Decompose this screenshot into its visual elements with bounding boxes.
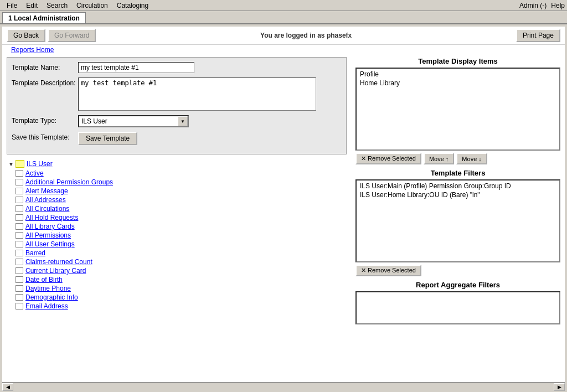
tree-all-perms-label[interactable]: All Permissions — [25, 231, 71, 239]
tree-alert-msg-label[interactable]: Alert Message — [25, 187, 68, 195]
template-type-label: Template Type: — [12, 115, 78, 125]
tree-additional-perm[interactable]: Additional Permission Groups — [16, 178, 347, 187]
tree-all-circs[interactable]: All Circulations — [16, 204, 347, 213]
menu-search[interactable]: Search — [42, 2, 72, 9]
tree-date-of-birth-label[interactable]: Date of Birth — [25, 276, 63, 283]
go-forward-button[interactable]: Go Forward — [48, 29, 96, 42]
menu-edit[interactable]: Edit — [22, 2, 42, 9]
tree-root: ▼ ILS User Active Additional Permi — [7, 159, 347, 311]
tree-barred[interactable]: Barred — [16, 249, 347, 257]
doc-icon — [16, 232, 23, 239]
tree-all-perms[interactable]: All Permissions — [16, 231, 347, 240]
breadcrumb-area: Reports Home — [2, 45, 565, 55]
right-panel: Template Display Items Profile Home Libr… — [351, 55, 565, 382]
menu-circulation[interactable]: Circulation — [72, 2, 112, 9]
display-item-home-library[interactable]: Home Library — [358, 79, 558, 87]
menu-cataloging[interactable]: Cataloging — [112, 2, 153, 9]
tree-email[interactable]: Email Address — [16, 302, 347, 311]
tree-current-lib-card-label[interactable]: Current Library Card — [25, 267, 86, 275]
left-panel: Template Name: Template Description: my … — [2, 55, 351, 382]
login-text: You are logged in as — [260, 32, 324, 39]
doc-icon — [16, 223, 23, 230]
doc-icon — [16, 188, 23, 194]
doc-icon — [16, 250, 23, 256]
tree-all-circs-label[interactable]: All Circulations — [25, 205, 69, 213]
tree-ils-user-label[interactable]: ILS User — [27, 160, 53, 168]
tree-root-item: ▼ ILS User Active Additional Permi — [7, 159, 347, 311]
tree-demographic-label[interactable]: Demographic Info — [25, 293, 78, 301]
tree-current-lib-card[interactable]: Current Library Card — [16, 266, 347, 275]
username: phasefx — [327, 32, 352, 39]
menubar-right: Admin (-) Help — [519, 2, 565, 9]
template-name-label: Template Name: — [12, 62, 78, 71]
tree-active-label[interactable]: Active — [25, 169, 44, 177]
doc-icon — [16, 241, 23, 247]
help-link[interactable]: Help — [551, 2, 565, 9]
tree-all-lib-cards[interactable]: All Library Cards — [16, 222, 347, 231]
filter-item-1[interactable]: ILS User:Home Library:OU ID (Bare) "in" — [358, 190, 558, 199]
tree-ils-user[interactable]: ▼ ILS User — [7, 159, 347, 169]
doc-icon — [16, 259, 23, 265]
filters-remove-button[interactable]: ✕ Remove Selected — [355, 265, 421, 276]
doc-icon — [16, 214, 23, 221]
aggregate-listbox[interactable] — [355, 291, 560, 324]
tree-daytime-phone-label[interactable]: Daytime Phone — [25, 285, 71, 292]
template-desc-input[interactable]: my test template #1 — [78, 78, 316, 111]
tree-alert-msg[interactable]: Alert Message — [16, 187, 347, 195]
template-name-input[interactable] — [78, 62, 194, 73]
save-template-button[interactable]: Save Template — [78, 132, 137, 145]
save-template-row: Save this Template: Save Template — [12, 132, 342, 145]
scroll-track — [13, 383, 554, 391]
display-item-profile[interactable]: Profile — [358, 70, 558, 79]
tree-all-addresses-label[interactable]: All Addresses — [25, 196, 66, 204]
tree-all-user-settings-label[interactable]: All User Settings — [25, 240, 75, 248]
doc-icon — [16, 197, 23, 203]
move-down-button[interactable]: Move ↓ — [456, 153, 487, 164]
filter-item-0[interactable]: ILS User:Main (Profile) Permission Group… — [358, 182, 558, 190]
tree-demographic[interactable]: Demographic Info — [16, 293, 347, 302]
tree-daytime-phone[interactable]: Daytime Phone — [16, 284, 347, 293]
scroll-right-btn[interactable]: ▶ — [554, 383, 565, 391]
tree-claims-returned[interactable]: Claims-returned Count — [16, 257, 347, 266]
go-back-button[interactable]: Go Back — [7, 29, 45, 42]
doc-icon — [16, 170, 23, 177]
tab-local-admin[interactable]: 1 Local Administration — [2, 12, 86, 23]
tree-additional-perm-label[interactable]: Additional Permission Groups — [25, 178, 113, 186]
tree-claims-returned-label[interactable]: Claims-returned Count — [25, 258, 92, 266]
reports-home-link[interactable]: Reports Home — [7, 44, 58, 56]
folder-icon — [16, 160, 24, 168]
tree-all-lib-cards-label[interactable]: All Library Cards — [25, 223, 75, 230]
display-items-listbox[interactable]: Profile Home Library — [355, 68, 560, 151]
menu-file[interactable]: File — [2, 2, 22, 9]
print-page-button[interactable]: Print Page — [516, 29, 560, 42]
scroll-left-btn[interactable]: ◀ — [2, 383, 13, 391]
filters-listbox[interactable]: ILS User:Main (Profile) Permission Group… — [355, 179, 560, 262]
form-area: Template Name: Template Description: my … — [7, 57, 347, 154]
bottom-scrollbar[interactable]: ◀ ▶ — [2, 382, 565, 391]
tree-date-of-birth[interactable]: Date of Birth — [16, 275, 347, 284]
template-name-row: Template Name: — [12, 62, 342, 73]
aggregate-section: Report Aggregate Filters — [355, 281, 560, 324]
doc-icon — [16, 179, 23, 185]
top-bar: Go Back Go Forward You are logged in as … — [2, 27, 565, 45]
move-up-button[interactable]: Move ↑ — [424, 153, 454, 164]
admin-label: Admin (-) — [519, 2, 547, 9]
tree-active[interactable]: Active — [16, 169, 347, 178]
doc-icon — [16, 267, 23, 274]
filters-section: Template Filters ILS User:Main (Profile)… — [355, 169, 560, 276]
tree-all-user-settings[interactable]: All User Settings — [16, 240, 347, 249]
template-type-select[interactable]: ILS User — [78, 115, 189, 127]
template-type-wrapper: ILS User ▼ — [78, 115, 189, 127]
tree-barred-label[interactable]: Barred — [25, 249, 45, 257]
filters-buttons: ✕ Remove Selected — [355, 265, 560, 276]
tree-all-holds-label[interactable]: All Hold Requests — [25, 214, 78, 221]
remove-selected-button[interactable]: ✕ Remove Selected — [355, 153, 421, 164]
tabbar: 1 Local Administration — [0, 11, 567, 24]
tree-all-holds[interactable]: All Hold Requests — [16, 213, 347, 222]
tree-email-label[interactable]: Email Address — [25, 302, 68, 310]
doc-icon — [16, 285, 23, 292]
tree-all-addresses[interactable]: All Addresses — [16, 195, 347, 204]
tree-area: ▼ ILS User Active Additional Permi — [2, 157, 351, 382]
tree-toggle-icon[interactable]: ▼ — [7, 159, 16, 168]
save-label: Save this Template: — [12, 132, 78, 141]
